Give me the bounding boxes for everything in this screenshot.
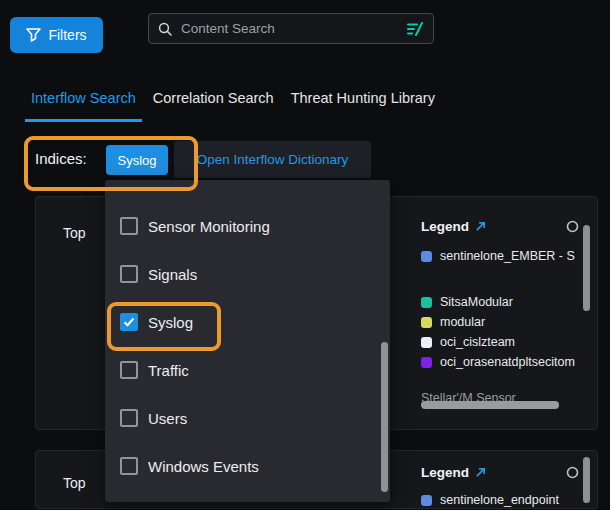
legend-header: Legend [421,219,579,234]
dropdown-option-label: Signals [148,266,197,283]
checkbox[interactable] [120,217,138,235]
tab-threat-hunting-library[interactable]: Threat Hunting Library [285,90,441,122]
checkbox[interactable] [120,361,138,379]
filters-button[interactable]: Filters [10,17,103,53]
dropdown-option-label: Windows Events [148,458,259,475]
legend-item-label: sentinelone_endpoint [440,493,559,507]
legend-item[interactable]: sentinelone_EMBER - S [421,246,579,266]
checkbox[interactable] [120,313,138,331]
filter-funnel-icon [26,28,41,42]
search-input[interactable] [179,20,399,37]
checkbox[interactable] [120,457,138,475]
legend-swatch [421,297,432,308]
legend-open-arrow-icon[interactable] [475,467,486,478]
legend-open-arrow-icon[interactable] [475,221,486,232]
filters-button-label: Filters [48,27,86,43]
legend-panel: Legend sentinelone_endpoint [421,465,579,510]
legend-horizontal-scrollbar[interactable] [421,401,559,409]
legend-item-label: SitsaModular [440,295,513,309]
dropdown-option-syslog[interactable]: Syslog [105,298,390,346]
indices-selected-button[interactable]: Syslog [106,145,168,175]
dictionary-link-panel: Open Interflow Dictionary [174,141,371,178]
indices-dropdown-menu: Sensor Monitoring Signals Syslog Traffic… [105,180,390,502]
dropdown-option-sensor-monitoring[interactable]: Sensor Monitoring [105,202,390,250]
dropdown-option-users[interactable]: Users [105,394,390,442]
dropdown-option-traffic[interactable]: Traffic [105,346,390,394]
open-interflow-dictionary-link[interactable]: Open Interflow Dictionary [197,152,349,167]
legend-swatch [421,251,432,262]
legend-title: Legend [421,465,469,480]
legend-item-label: oci_cislzteam [440,335,515,349]
legend-vertical-scrollbar[interactable] [583,457,590,503]
legend-vertical-scrollbar[interactable] [583,225,590,311]
dropdown-option-label: Traffic [148,362,189,379]
legend-item-label: modular [440,315,485,329]
search-tabs: Interflow Search Correlation Search Thre… [25,90,446,122]
legend-item[interactable]: oci_orasenatdpltsecitom [421,352,579,372]
checkbox[interactable] [120,265,138,283]
tab-correlation-search[interactable]: Correlation Search [147,90,280,122]
interflow-filter-icon[interactable] [406,22,424,36]
dropdown-scrollbar[interactable] [381,342,388,492]
indices-label: Indices: [35,150,87,167]
content-search-box[interactable] [148,13,434,44]
top-selector-label: Top [63,475,86,491]
legend-panel: Legend sentinelone_EMBER - S SitsaModula… [421,219,579,408]
legend-swatch [421,495,432,506]
legend-item[interactable]: modular [421,312,579,332]
legend-swatch [421,337,432,348]
checkbox[interactable] [120,409,138,427]
app-screen: Filters Interflow Search Correlation Sea… [0,0,610,510]
legend-item[interactable]: SitsaModular [421,292,579,312]
legend-item[interactable]: sentinelone_endpoint [421,490,579,510]
dropdown-option-label: Users [148,410,187,427]
top-selector-label: Top [63,225,86,241]
dropdown-option-signals[interactable]: Signals [105,250,390,298]
dropdown-option-label: Syslog [148,314,193,331]
dropdown-option-windows-events[interactable]: Windows Events [105,442,390,490]
legend-item-label: oci_orasenatdpltsecitom [440,355,575,369]
legend-swatch [421,357,432,368]
legend-swatch [421,317,432,328]
legend-item-label: sentinelone_EMBER - S [440,249,575,263]
circle-indicator-icon[interactable] [566,466,579,479]
circle-indicator-icon[interactable] [566,220,579,233]
tab-interflow-search[interactable]: Interflow Search [25,90,142,122]
legend-title: Legend [421,219,469,234]
dropdown-option-label: Sensor Monitoring [148,218,270,235]
legend-item[interactable]: oci_cislzteam [421,332,579,352]
search-icon [158,22,172,36]
legend-header: Legend [421,465,579,480]
